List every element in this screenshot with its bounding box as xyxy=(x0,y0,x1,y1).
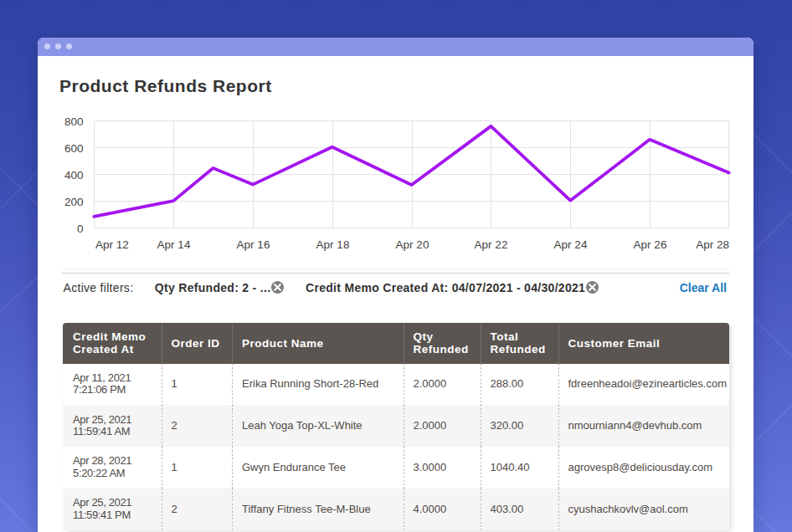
svg-text:Apr 24: Apr 24 xyxy=(554,238,588,251)
svg-text:Apr 18: Apr 18 xyxy=(316,238,350,251)
svg-text:Apr 26: Apr 26 xyxy=(634,238,667,251)
svg-text:Apr 20: Apr 20 xyxy=(396,238,429,251)
svg-text:Apr 28: Apr 28 xyxy=(696,238,729,251)
svg-text:600: 600 xyxy=(64,142,84,155)
svg-text:400: 400 xyxy=(64,169,84,182)
svg-text:200: 200 xyxy=(64,196,84,208)
svg-text:0: 0 xyxy=(77,223,84,235)
svg-text:Apr 14: Apr 14 xyxy=(157,238,191,251)
svg-text:Apr 12: Apr 12 xyxy=(95,238,129,251)
svg-text:800: 800 xyxy=(64,115,84,128)
svg-text:Apr 16: Apr 16 xyxy=(237,238,270,251)
svg-text:Apr 22: Apr 22 xyxy=(475,238,508,251)
